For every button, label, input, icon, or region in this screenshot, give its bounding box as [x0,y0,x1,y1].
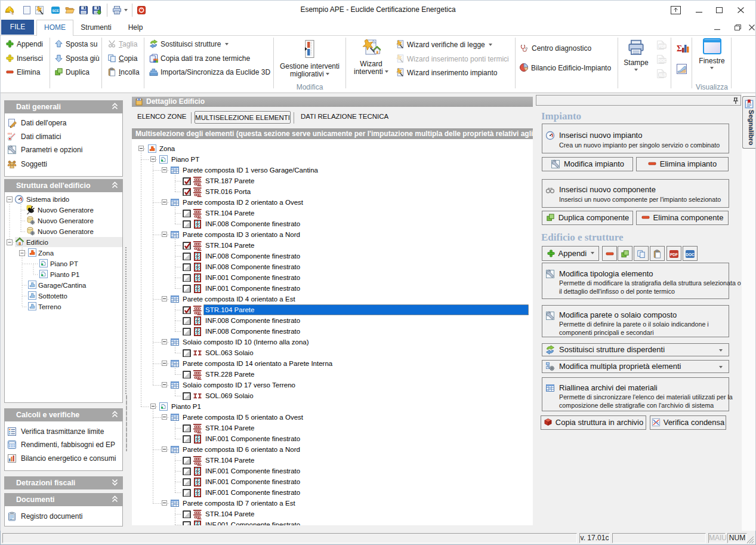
svg-text:Sottotetto: Sottotetto [38,292,67,300]
svg-text:Σ: Σ [677,44,682,53]
svg-text:Piano PT: Piano PT [50,260,78,267]
svg-text:DOC: DOC [658,58,666,63]
svg-text:Zona: Zona [38,250,54,257]
svg-text:Pianto P1: Pianto P1 [50,271,79,278]
svg-text:XLS: XLS [659,73,666,77]
svg-text:Sistema ibrido: Sistema ibrido [26,196,69,203]
svg-text:Nuovo Generatore: Nuovo Generatore [38,207,94,214]
svg-text:Garage/Cantina: Garage/Cantina [38,282,87,289]
svg-text:Terreno: Terreno [38,303,61,310]
svg-text:PDF: PDF [670,253,678,257]
svg-text:Nuovo Generatore: Nuovo Generatore [38,217,94,224]
svg-text:Edificio: Edificio [26,239,48,246]
svg-text:DOC: DOC [686,253,695,257]
svg-text:Nuovo Generatore: Nuovo Generatore [38,228,94,235]
svg-text:PDF: PDF [659,44,666,48]
